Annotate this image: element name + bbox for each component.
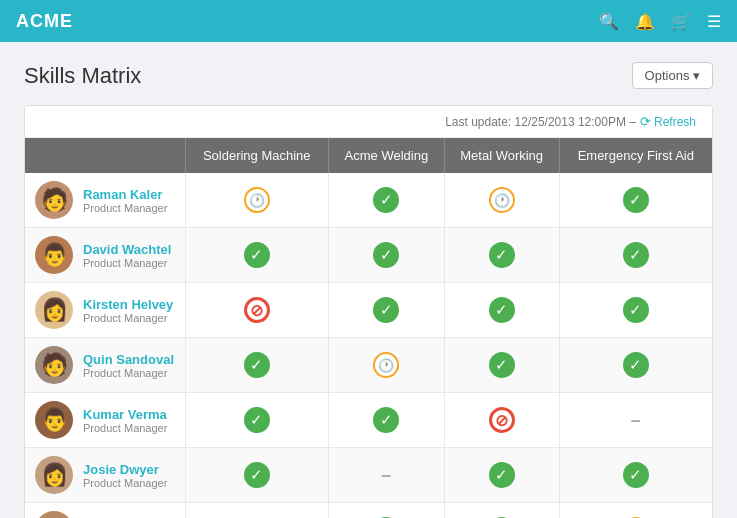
person-role: Product Manager <box>83 367 174 379</box>
skill-cell: ✓ <box>185 228 328 283</box>
no-icon: ⊘ <box>489 407 515 433</box>
person-info: Josie Dwyer Product Manager <box>83 462 167 489</box>
check-icon: ✓ <box>244 242 270 268</box>
check-icon: ✓ <box>489 242 515 268</box>
person-cell: 👩 Kirsten Helvey Product Manager <box>25 283 185 338</box>
check-icon: ✓ <box>244 407 270 433</box>
person-cell: 👩 Josie Dwyer Product Manager <box>25 448 185 503</box>
dash-icon: – <box>381 465 391 485</box>
skills-matrix-container: Last update: 12/25/2013 12:00PM – ⟳ Refr… <box>24 105 713 518</box>
table-row: 👴 Kevin Schultz Product Manager –✓✓🕐 <box>25 503 712 519</box>
skill-cell: – <box>328 448 444 503</box>
last-update-label: Last update: 12/25/2013 12:00PM – <box>445 115 636 129</box>
table-body: 🧑 Raman Kaler Product Manager 🕐✓🕐✓ 👨 Dav… <box>25 173 712 518</box>
app-logo: ACME <box>16 11 73 32</box>
page-title: Skills Matrix <box>24 63 141 89</box>
table-header: Soldering Machine Acme Welding Metal Wor… <box>25 138 712 173</box>
check-icon: ✓ <box>623 187 649 213</box>
skill-cell: 🕐 <box>444 173 559 228</box>
check-icon: ✓ <box>244 462 270 488</box>
skills-table: Soldering Machine Acme Welding Metal Wor… <box>25 138 712 518</box>
check-icon: ✓ <box>623 462 649 488</box>
table-row: 👩 Kirsten Helvey Product Manager ⊘✓✓✓ <box>25 283 712 338</box>
person-role: Product Manager <box>83 477 167 489</box>
no-icon: ⊘ <box>244 297 270 323</box>
person-cell: 👨 Kumar Verma Product Manager <box>25 393 185 448</box>
col-name <box>25 138 185 173</box>
table-row: 👨 Kumar Verma Product Manager ✓✓⊘– <box>25 393 712 448</box>
skill-cell: ✓ <box>559 228 712 283</box>
person-cell: 🧑 Raman Kaler Product Manager <box>25 173 185 228</box>
skill-cell: ⊘ <box>444 393 559 448</box>
avatar: 👨 <box>35 236 73 274</box>
person-role: Product Manager <box>83 422 167 434</box>
person-name[interactable]: David Wachtel <box>83 242 171 257</box>
skill-cell: ✓ <box>328 173 444 228</box>
person-info: David Wachtel Product Manager <box>83 242 171 269</box>
skill-cell: ✓ <box>444 338 559 393</box>
check-icon: ✓ <box>623 297 649 323</box>
check-icon: ✓ <box>244 352 270 378</box>
check-icon: ✓ <box>373 407 399 433</box>
skill-cell: 🕐 <box>559 503 712 519</box>
person-name[interactable]: Quin Sandoval <box>83 352 174 367</box>
table-row: 🧑 Quin Sandoval Product Manager ✓🕐✓✓ <box>25 338 712 393</box>
person-info: Kumar Verma Product Manager <box>83 407 167 434</box>
person-info: Kirsten Helvey Product Manager <box>83 297 173 324</box>
skill-cell: 🕐 <box>328 338 444 393</box>
bell-icon[interactable]: 🔔 <box>635 12 655 31</box>
menu-icon[interactable]: ☰ <box>707 12 721 31</box>
skill-cell: ✓ <box>444 283 559 338</box>
skill-cell: ✓ <box>444 503 559 519</box>
refresh-icon: ⟳ <box>640 114 651 129</box>
skill-cell: ✓ <box>185 393 328 448</box>
refresh-label: Refresh <box>654 115 696 129</box>
skill-cell: ✓ <box>559 283 712 338</box>
table-row: 🧑 Raman Kaler Product Manager 🕐✓🕐✓ <box>25 173 712 228</box>
skill-cell: ✓ <box>444 228 559 283</box>
cart-icon[interactable]: 🛒 <box>671 12 691 31</box>
person-cell: 🧑 Quin Sandoval Product Manager <box>25 338 185 393</box>
skill-cell: – <box>559 393 712 448</box>
skill-cell: ✓ <box>328 228 444 283</box>
col-soldering: Soldering Machine <box>185 138 328 173</box>
options-button[interactable]: Options ▾ <box>632 62 713 89</box>
person-info: Quin Sandoval Product Manager <box>83 352 174 379</box>
skill-cell: ✓ <box>328 503 444 519</box>
refresh-link[interactable]: ⟳ Refresh <box>640 114 696 129</box>
table-row: 👩 Josie Dwyer Product Manager ✓–✓✓ <box>25 448 712 503</box>
skill-cell: ✓ <box>559 448 712 503</box>
dash-icon: – <box>631 410 641 430</box>
pending-icon: 🕐 <box>244 187 270 213</box>
search-icon[interactable]: 🔍 <box>599 12 619 31</box>
avatar: 👴 <box>35 511 73 518</box>
check-icon: ✓ <box>489 297 515 323</box>
skill-cell: ✓ <box>185 338 328 393</box>
skill-cell: ⊘ <box>185 283 328 338</box>
skill-cell: ✓ <box>328 393 444 448</box>
person-cell: 👨 David Wachtel Product Manager <box>25 228 185 283</box>
person-cell: 👴 Kevin Schultz Product Manager <box>25 503 185 519</box>
person-role: Product Manager <box>83 202 167 214</box>
person-name[interactable]: Kirsten Helvey <box>83 297 173 312</box>
check-icon: ✓ <box>489 462 515 488</box>
avatar: 👩 <box>35 291 73 329</box>
pending-icon: 🕐 <box>373 352 399 378</box>
skill-cell: – <box>185 503 328 519</box>
person-name[interactable]: Josie Dwyer <box>83 462 167 477</box>
person-role: Product Manager <box>83 257 171 269</box>
check-icon: ✓ <box>373 187 399 213</box>
person-info: Raman Kaler Product Manager <box>83 187 167 214</box>
person-name[interactable]: Raman Kaler <box>83 187 167 202</box>
table-row: 👨 David Wachtel Product Manager ✓✓✓✓ <box>25 228 712 283</box>
check-icon: ✓ <box>373 297 399 323</box>
person-role: Product Manager <box>83 312 173 324</box>
col-welding: Acme Welding <box>328 138 444 173</box>
skill-cell: 🕐 <box>185 173 328 228</box>
check-icon: ✓ <box>623 242 649 268</box>
person-name[interactable]: Kumar Verma <box>83 407 167 422</box>
check-icon: ✓ <box>373 242 399 268</box>
skill-cell: ✓ <box>444 448 559 503</box>
pending-icon: 🕐 <box>489 187 515 213</box>
avatar: 👨 <box>35 401 73 439</box>
